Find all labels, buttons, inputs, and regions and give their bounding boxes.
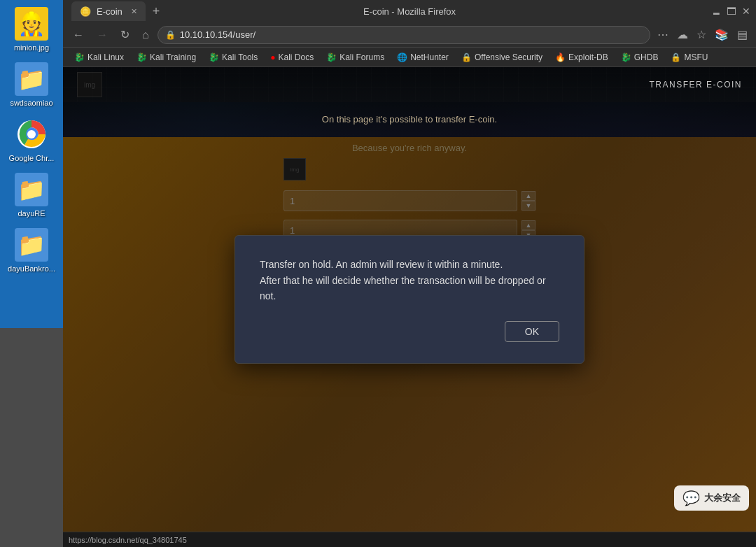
home-button[interactable]: ⌂ xyxy=(138,26,153,44)
dayure-folder-icon: 📁 xyxy=(15,173,48,206)
modal-ok-button[interactable]: OK xyxy=(505,321,559,342)
msfu-icon: 🔒 xyxy=(671,52,681,62)
bookmark-button[interactable]: ☆ xyxy=(694,25,709,44)
window-title: E-coin - Mozilla Firefox xyxy=(363,6,456,17)
kali-linux-icon: 🐉 xyxy=(74,52,85,62)
desktop: 👷 minion.jpg 📁 swdsaomiao Google Chr... … xyxy=(0,0,63,547)
kali-training-label: Kali Training xyxy=(150,52,196,62)
dayubankro-folder-icon: 📁 xyxy=(15,228,48,262)
address-domain: 10.10.10.154 xyxy=(180,29,233,40)
kali-training-icon: 🐉 xyxy=(136,52,147,62)
pocket-button[interactable]: ☁ xyxy=(674,25,691,44)
ghdb-icon: 🐉 xyxy=(621,52,631,62)
bookmark-kali-linux[interactable]: 🐉 Kali Linux xyxy=(69,51,130,64)
site-nav-right[interactable]: TRANSFER E-COIN xyxy=(649,80,742,90)
kali-tools-label: Kali Tools xyxy=(222,52,258,62)
desktop-icon-minion[interactable]: 👷 minion.jpg xyxy=(4,7,59,52)
bookmark-offensive-security[interactable]: 🔒 Offensive Security xyxy=(456,51,548,64)
offensive-security-icon: 🔒 xyxy=(461,52,472,62)
title-bar: 🪙 E-coin ✕ + E-coin - Mozilla Firefox 🗕 … xyxy=(63,0,756,22)
address-text[interactable]: 10.10.10.154/user/ xyxy=(180,29,643,40)
desktop-icon-swdsaomiao[interactable]: 📁 swdsaomiao xyxy=(4,62,59,107)
page-content: img TRANSFER E-COIN On this page it's po… xyxy=(63,67,756,532)
minion-thumbnail: 👷 xyxy=(15,7,48,41)
modal-line1: Transfer on hold. An admin will review i… xyxy=(260,259,503,270)
navigation-bar: ← → ↻ ⌂ 🔒 10.10.10.154/user/ ⋯ ☁ ☆ 📚 ▤ xyxy=(63,22,756,48)
library-button[interactable]: 📚 xyxy=(712,25,732,44)
ghdb-label: GHDB xyxy=(634,52,659,62)
wechat-watermark: 💬 大余安全 xyxy=(674,485,749,511)
swdsaomiao-label: swdsaomiao xyxy=(10,99,52,107)
more-options-button[interactable]: ⋯ xyxy=(654,25,671,44)
bookmark-nethunter[interactable]: 🌐 NetHunter xyxy=(391,51,454,64)
tab-icon: 🪙 xyxy=(80,6,91,17)
nav-right-buttons: ⋯ ☁ ☆ 📚 ▤ xyxy=(654,25,750,44)
minion-label: minion.jpg xyxy=(14,43,49,52)
offensive-security-label: Offensive Security xyxy=(475,52,542,62)
address-path: /user/ xyxy=(233,29,256,40)
modal-dialog: Transfer on hold. An admin will review i… xyxy=(234,235,584,363)
chrome-label: Google Chr... xyxy=(9,154,55,162)
bookmark-ghdb[interactable]: 🐉 GHDB xyxy=(615,51,664,64)
kali-docs-icon: ● xyxy=(270,52,275,62)
kali-tools-icon: 🐉 xyxy=(209,52,219,62)
bookmark-kali-tools[interactable]: 🐉 Kali Tools xyxy=(203,51,263,64)
page-subtitle: On this page it's possible to transfer E… xyxy=(63,102,756,137)
new-tab-button[interactable]: + xyxy=(148,4,164,19)
modal-line2: After that he will decide whether the tr… xyxy=(260,275,546,301)
kali-forums-icon: 🐉 xyxy=(326,52,337,62)
back-button[interactable]: ← xyxy=(69,26,88,44)
desktop-icon-dayure[interactable]: 📁 dayuRE xyxy=(4,173,59,218)
dayure-label: dayuRE xyxy=(18,209,45,218)
tab-label: E-coin xyxy=(97,6,122,17)
swdsaomiao-folder-icon: 📁 xyxy=(15,62,48,96)
minimize-icon[interactable]: 🗕 xyxy=(711,6,721,17)
bookmark-exploit-db[interactable]: 🔥 Exploit-DB xyxy=(550,51,614,64)
nethunter-icon: 🌐 xyxy=(397,52,407,62)
svg-point-2 xyxy=(27,130,36,138)
chrome-app-icon xyxy=(15,118,48,151)
maximize-icon[interactable]: 🗖 xyxy=(727,6,736,17)
desktop-icon-dayubankro[interactable]: 📁 dayuBankro... xyxy=(4,228,59,273)
exploit-db-icon: 🔥 xyxy=(555,52,566,62)
bookmark-msfu[interactable]: 🔒 MSFU xyxy=(665,51,713,64)
dayubankro-label: dayuBankro... xyxy=(8,264,55,273)
nethunter-label: NetHunter xyxy=(410,52,449,62)
window-controls-right: 🗕 🗖 ✕ xyxy=(711,6,750,17)
reload-button[interactable]: ↻ xyxy=(116,25,134,44)
desktop-icon-chrome[interactable]: Google Chr... xyxy=(4,118,59,162)
wechat-icon: 💬 xyxy=(682,490,700,506)
close-icon[interactable]: ✕ xyxy=(742,6,750,17)
active-tab[interactable]: 🪙 E-coin ✕ xyxy=(71,1,146,21)
forward-button[interactable]: → xyxy=(92,26,112,44)
tab-close-button[interactable]: ✕ xyxy=(131,7,137,16)
modal-footer: OK xyxy=(260,321,559,342)
exploit-db-label: Exploit-DB xyxy=(568,52,608,62)
modal-message: Transfer on hold. An admin will review i… xyxy=(260,257,559,304)
status-url: https://blog.csdn.net/qq_34801745 xyxy=(69,536,187,544)
address-bar[interactable]: 🔒 10.10.10.154/user/ xyxy=(158,26,650,44)
bookmarks-bar: 🐉 Kali Linux 🐉 Kali Training 🐉 Kali Tool… xyxy=(63,48,756,67)
bookmark-kali-training[interactable]: 🐉 Kali Training xyxy=(131,51,202,64)
status-bar: https://blog.csdn.net/qq_34801745 xyxy=(63,532,756,547)
sidebar-button[interactable]: ▤ xyxy=(734,25,750,44)
kali-docs-label: Kali Docs xyxy=(278,52,314,62)
lock-icon: 🔒 xyxy=(165,30,176,40)
kali-forums-label: Kali Forums xyxy=(340,52,384,62)
bookmark-kali-docs[interactable]: ● Kali Docs xyxy=(265,51,319,64)
browser-window: 🪙 E-coin ✕ + E-coin - Mozilla Firefox 🗕 … xyxy=(63,0,756,547)
kali-linux-label: Kali Linux xyxy=(88,52,124,62)
bookmark-kali-forums[interactable]: 🐉 Kali Forums xyxy=(321,51,390,64)
wechat-label: 大余安全 xyxy=(704,492,741,504)
msfu-label: MSFU xyxy=(684,52,708,62)
